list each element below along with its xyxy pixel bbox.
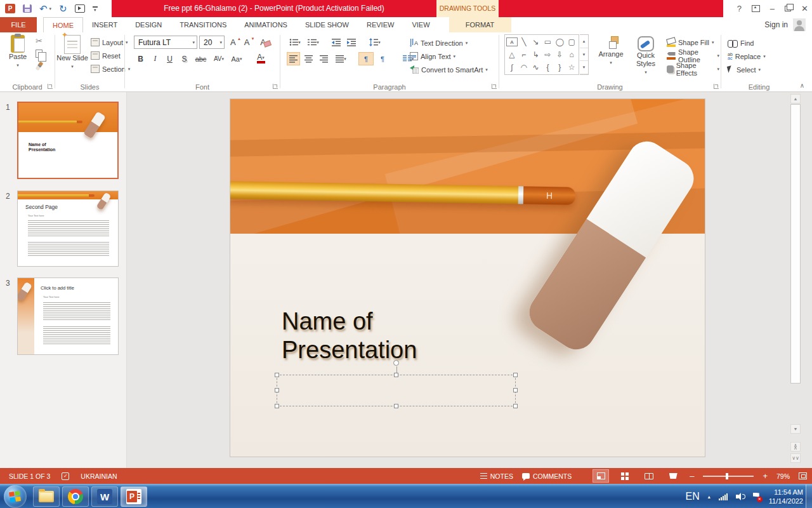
zoom-slider-thumb[interactable] bbox=[726, 473, 728, 479]
justify-button[interactable]: ▾ bbox=[332, 52, 350, 65]
slide-canvas[interactable]: H Name of Presentation bbox=[230, 98, 705, 457]
font-name-combo[interactable]: Futura LT ▾ bbox=[134, 36, 197, 49]
right-to-left-button[interactable]: ¶ bbox=[376, 52, 390, 65]
clear-formatting-button[interactable]: A bbox=[260, 37, 266, 47]
shape-icon[interactable]: ⌐ bbox=[518, 50, 530, 59]
rotation-handle[interactable] bbox=[393, 360, 399, 366]
resize-handle-s[interactable] bbox=[394, 404, 398, 408]
align-center-button[interactable] bbox=[302, 52, 315, 65]
ribbon-display-options-button[interactable] bbox=[752, 5, 760, 12]
taskbar-clock[interactable]: 11:54 AM 11/14/2022 bbox=[769, 488, 803, 505]
shape-icon[interactable]: △ bbox=[506, 50, 518, 59]
reading-view-button[interactable] bbox=[641, 470, 657, 482]
scroll-up-button[interactable]: ▲ bbox=[790, 94, 801, 104]
resize-handle-ne[interactable] bbox=[513, 373, 518, 377]
shape-icon[interactable]: ▭ bbox=[542, 37, 554, 46]
shape-icon[interactable]: ∿ bbox=[530, 63, 542, 72]
shape-icon[interactable]: ▢ bbox=[566, 37, 577, 46]
minimize-button[interactable]: – bbox=[770, 4, 775, 13]
resize-handle-nw[interactable] bbox=[275, 373, 279, 377]
zoom-level[interactable]: 79% bbox=[776, 472, 790, 480]
slideshow-view-button[interactable] bbox=[665, 470, 681, 482]
text-box-shape-icon[interactable]: A bbox=[506, 37, 518, 46]
align-right-button[interactable] bbox=[317, 52, 331, 65]
resize-handle-n[interactable] bbox=[394, 373, 398, 377]
bold-button[interactable]: B bbox=[134, 52, 147, 65]
shrink-font-button[interactable]: A▾ bbox=[244, 37, 250, 47]
line-spacing-button[interactable]: ▾ bbox=[367, 36, 383, 49]
shapes-scroll-down-button[interactable]: ▼ bbox=[580, 48, 588, 62]
tab-slideshow[interactable]: SLIDE SHOW bbox=[296, 17, 358, 32]
paste-button[interactable]: Paste ▾ bbox=[4, 35, 32, 69]
arrange-button[interactable]: Arrange ▾ bbox=[594, 36, 627, 67]
comments-button[interactable]: COMMENTS bbox=[522, 472, 572, 480]
zoom-out-button[interactable]: – bbox=[690, 471, 694, 481]
action-center-flag-icon[interactable] bbox=[753, 493, 761, 501]
taskbar-word-button[interactable]: W bbox=[91, 486, 118, 507]
shape-fill-button[interactable]: Shape Fill ▾ bbox=[665, 36, 721, 49]
zoom-slider[interactable] bbox=[703, 476, 754, 477]
italic-button[interactable]: I bbox=[148, 52, 162, 65]
taskbar-chrome-button[interactable] bbox=[62, 486, 89, 507]
shape-icon[interactable]: ↘ bbox=[530, 37, 542, 46]
tab-transitions[interactable]: TRANSITIONS bbox=[171, 17, 235, 32]
tab-view[interactable]: VIEW bbox=[403, 17, 438, 32]
copy-button[interactable] bbox=[36, 50, 43, 58]
replace-button[interactable]: abac Replace ▾ bbox=[726, 50, 767, 63]
bullets-button[interactable]: ▾ bbox=[287, 36, 303, 49]
next-slide-button[interactable]: ∨∨ bbox=[790, 453, 801, 463]
shape-outline-button[interactable]: Shape Outline ▾ bbox=[665, 49, 721, 62]
shape-icon[interactable]: { bbox=[542, 63, 553, 72]
align-left-button[interactable] bbox=[287, 52, 300, 65]
paragraph-dialog-launcher[interactable] bbox=[492, 84, 497, 89]
numbering-button[interactable]: ▾ bbox=[305, 36, 322, 49]
new-slide-button[interactable]: New Slide ▾ bbox=[56, 35, 88, 70]
character-spacing-button[interactable]: AV▾ bbox=[211, 52, 227, 65]
shapes-gallery[interactable]: A ╲ ↘ ▭ ◯ ▢ △ ⌐ ↳ ⇨ ⇩ ⌂ ∫ ◠ ∿ { } ☆ bbox=[504, 34, 579, 75]
slide-thumbnail-3[interactable]: Click to add title Your Text here bbox=[17, 277, 119, 355]
restore-button[interactable] bbox=[785, 6, 791, 11]
slide-thumbnail-2[interactable]: Second Page Your Text here bbox=[17, 190, 119, 267]
tab-insert[interactable]: INSERT bbox=[83, 17, 126, 32]
resize-handle-e[interactable] bbox=[513, 388, 518, 392]
selected-text-placeholder[interactable] bbox=[277, 375, 516, 406]
strikethrough-button[interactable]: abc bbox=[192, 52, 209, 65]
shape-icon[interactable]: ⇩ bbox=[554, 50, 565, 59]
shape-icon[interactable]: ↳ bbox=[530, 50, 542, 59]
help-button[interactable]: ? bbox=[737, 4, 742, 13]
show-desktop-button[interactable] bbox=[806, 485, 812, 508]
spellcheck-icon[interactable]: ✓ bbox=[62, 472, 69, 480]
convert-to-smartart-button[interactable]: Convert to SmartArt ▾ bbox=[409, 63, 489, 76]
drawing-dialog-launcher[interactable] bbox=[714, 84, 719, 89]
resize-handle-se[interactable] bbox=[513, 404, 518, 408]
grow-font-button[interactable]: A▴ bbox=[230, 37, 236, 47]
show-hidden-icons-button[interactable]: ▴ bbox=[708, 494, 710, 500]
close-button[interactable]: ✕ bbox=[801, 4, 808, 13]
language-indicator[interactable]: UKRAINIAN bbox=[81, 472, 117, 480]
tab-animations[interactable]: ANIMATIONS bbox=[235, 17, 296, 32]
sign-in[interactable]: Sign in bbox=[764, 17, 806, 32]
slide-thumbnail-1[interactable]: Name of Presentation bbox=[17, 102, 119, 179]
shape-icon[interactable]: ☆ bbox=[566, 63, 577, 72]
select-button[interactable]: Select ▾ bbox=[726, 63, 767, 76]
tab-design[interactable]: DESIGN bbox=[126, 17, 171, 32]
scroll-down-button[interactable]: ▼ bbox=[790, 424, 801, 434]
increase-indent-button[interactable] bbox=[344, 36, 358, 49]
clipboard-dialog-launcher[interactable] bbox=[48, 84, 53, 89]
shape-icon[interactable]: ⌂ bbox=[566, 50, 577, 59]
shape-icon[interactable]: ◠ bbox=[518, 63, 530, 72]
tab-review[interactable]: REVIEW bbox=[358, 17, 403, 32]
slide-title-text[interactable]: Name of Presentation bbox=[282, 307, 417, 364]
shape-icon[interactable]: } bbox=[554, 63, 565, 72]
change-case-button[interactable]: Aa▾ bbox=[228, 52, 245, 65]
undo-dropdown-icon[interactable]: ▾ bbox=[49, 6, 52, 11]
taskbar-powerpoint-button[interactable]: P bbox=[121, 486, 147, 507]
text-direction-button[interactable]: A Text Direction ▾ bbox=[409, 36, 489, 50]
font-color-button[interactable]: A▾ bbox=[252, 52, 269, 65]
shape-effects-button[interactable]: Shape Effects ▾ bbox=[665, 62, 721, 76]
customize-qat-icon[interactable]: ▾ bbox=[93, 6, 98, 11]
shapes-scroll-up-button[interactable]: ▲ bbox=[580, 35, 588, 48]
shape-icon[interactable]: ◯ bbox=[554, 37, 565, 46]
shape-icon[interactable]: ∫ bbox=[506, 63, 518, 72]
resize-handle-w[interactable] bbox=[275, 388, 279, 392]
